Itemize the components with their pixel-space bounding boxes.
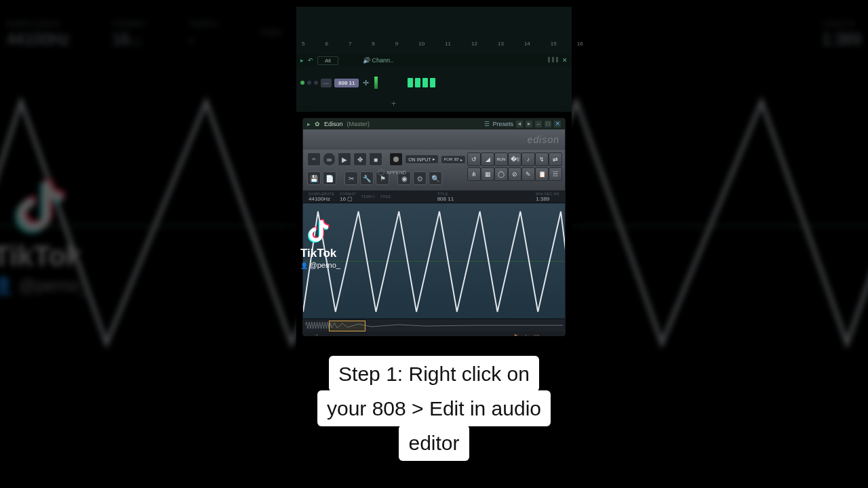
step-on[interactable] <box>415 78 420 87</box>
normalize-tool[interactable]: ♪ <box>521 152 535 166</box>
save-icon[interactable]: 💾 <box>307 171 321 185</box>
channel-route[interactable]: — <box>321 79 332 87</box>
drum-tool[interactable]: ⊘ <box>508 167 521 181</box>
edison-waveform-display[interactable] <box>303 203 565 319</box>
channel-rack: 5 6 7 8 9 10 11 12 13 14 15 16 ▸ ↶ All 🔊… <box>296 7 572 112</box>
foot-add-icon[interactable]: ✛ <box>314 333 319 337</box>
step-on[interactable] <box>408 78 413 87</box>
play-icon[interactable]: ▸ <box>300 57 304 64</box>
foot-arrow-icon[interactable]: ▸ <box>493 333 500 336</box>
claw-tool[interactable]: ☵ <box>549 167 562 181</box>
record-mode-select[interactable]: ON INPUT ▸ <box>405 155 438 164</box>
envelope-tool[interactable]: ◢ <box>481 152 494 166</box>
bg-tiktok-handle: 👤 @perno_ <box>0 276 90 296</box>
channel-add-icon[interactable]: ✛ <box>363 79 369 87</box>
edison-window: ▸ ✿ Edison (Master) ☰ Presets ◂ ▸ – □ ✕ … <box>302 118 566 336</box>
brush-tool[interactable]: ✎ <box>521 167 535 181</box>
foot-flag-icon[interactable]: ⚑ <box>513 333 520 336</box>
wrench-icon[interactable]: 🔧 <box>360 171 374 185</box>
stop-button[interactable]: ■ <box>369 152 382 166</box>
info-samplerate: 44100Hz <box>309 197 334 201</box>
foot-prev-icon[interactable]: ◂ <box>323 333 326 337</box>
bg-format-value: 16 <box>112 30 130 47</box>
waveform-svg <box>303 203 565 319</box>
edison-title: Edison <box>324 121 343 127</box>
minimize-button[interactable]: – <box>535 121 542 127</box>
record-duration-select[interactable]: FOR 30' ▸ <box>441 155 467 164</box>
info-length: 1:389 <box>536 197 559 201</box>
bg-samplerate-value: 44100Hz <box>7 30 69 47</box>
append-toggle[interactable]: APPEND <box>378 169 406 176</box>
tutorial-caption: Step 1: Right click on your 808 > Edit i… <box>296 356 572 460</box>
maximize-button[interactable]: □ <box>545 121 551 127</box>
play-button[interactable]: ▶ <box>338 152 351 166</box>
channel-options[interactable]: ✕ <box>548 57 568 64</box>
edison-titlebar[interactable]: ▸ ✿ Edison (Master) ☰ Presets ◂ ▸ – □ ✕ <box>303 119 565 129</box>
edison-overview[interactable] <box>303 319 565 331</box>
triangle-icon[interactable]: ▸ <box>307 121 311 127</box>
tune-tool[interactable]: ⋔ <box>467 167 481 181</box>
caption-line-2: your 808 > Edit in audio <box>317 390 551 426</box>
scrub-button[interactable]: ✥ <box>353 152 367 166</box>
link-icon[interactable]: 𝄐 <box>307 152 321 166</box>
menu-icon[interactable]: ☰ <box>484 121 490 127</box>
edison-header: edison <box>303 129 565 150</box>
send-tool[interactable]: ⇄ <box>549 152 562 166</box>
bg-samplerate-label: SAMPLERATE <box>7 20 69 28</box>
edison-effects-grid: ↺ ◢ RUN �⫴ ♪ ↯ ⇄ ⋔ ▦ ◯ ⊘ ✎ 📋 ☵ <box>467 152 561 181</box>
spectrum-tool[interactable]: �⫴ <box>508 152 521 166</box>
open-icon[interactable]: 📄 <box>323 171 336 185</box>
foot-menu-icon[interactable]: ▾ <box>307 333 311 337</box>
presets-button[interactable]: Presets <box>492 121 513 127</box>
prev-preset-button[interactable]: ◂ <box>516 121 523 127</box>
overview-selection[interactable] <box>329 321 366 331</box>
record-button[interactable] <box>389 152 403 166</box>
zoom-icon[interactable]: 🔍 <box>429 171 442 185</box>
script-tool[interactable]: 📋 <box>535 167 549 181</box>
add-channel-button[interactable]: + <box>391 99 396 108</box>
channel-name-button[interactable]: 808 11 <box>334 79 359 87</box>
undo-icon[interactable]: ↶ <box>308 57 313 64</box>
foot-select-icon[interactable]: ⬚ <box>534 333 540 336</box>
channel-filter[interactable]: All <box>317 56 338 65</box>
step-sequencer[interactable] <box>408 78 435 87</box>
gear-icon[interactable]: ✿ <box>315 121 320 127</box>
channel-enable-led[interactable] <box>300 81 304 85</box>
bg-tiktok-brand: TikTok <box>0 240 90 272</box>
tiktok-handle-text: @perno_ <box>300 261 340 269</box>
reverb-tool[interactable]: ↯ <box>535 152 549 166</box>
bg-length-label: LENGTH <box>822 20 861 28</box>
foot-cut-icon[interactable]: ⎓ <box>503 333 510 336</box>
undo-tool[interactable]: ↺ <box>467 152 481 166</box>
tiktok-logo-icon <box>306 217 330 244</box>
foot-link-icon[interactable]: ⇿ <box>554 333 561 336</box>
bg-length-value: 1:389 <box>822 30 861 47</box>
edison-brand: edison <box>528 134 559 145</box>
foot-next-icon[interactable]: ▸ <box>330 333 333 337</box>
bg-tempo-label: TEMPO <box>189 20 218 28</box>
close-button[interactable]: ✕ <box>554 121 561 127</box>
foot-star-icon[interactable]: ✦ <box>524 333 530 336</box>
channel-meter <box>374 77 378 89</box>
eq-tool[interactable]: RUN <box>494 152 508 166</box>
zoom-sel-icon[interactable]: ⊙ <box>413 171 427 185</box>
next-preset-button[interactable]: ▸ <box>526 121 532 127</box>
step-on[interactable] <box>422 78 428 87</box>
tiktok-brand-text: TikTok <box>300 247 340 260</box>
bg-tiktok-watermark: TikTok 👤 @perno_ <box>0 173 90 296</box>
channel-knob-1[interactable] <box>307 81 311 85</box>
loop-button[interactable]: ∞ <box>323 152 336 166</box>
blur-tool[interactable]: ▦ <box>481 167 494 181</box>
foot-send-icon[interactable]: ➦ <box>483 333 490 336</box>
cut-icon[interactable]: ✂ <box>344 171 358 185</box>
channel-knob-2[interactable] <box>314 81 318 85</box>
bg-free-label: FREE <box>260 28 282 37</box>
edison-context: (Master) <box>347 121 370 127</box>
foot-lock-icon[interactable]: ∩ <box>544 333 551 336</box>
channel-display-label[interactable]: 🔊 Chann.. <box>363 57 393 64</box>
step-on[interactable] <box>430 78 435 87</box>
timeline-ruler: 5 6 7 8 9 10 11 12 13 14 15 16 <box>296 41 572 50</box>
edison-toolbar: 𝄐 ∞ ▶ ✥ ■ ON INPUT ▸ FOR 30' ▸ 💾 📄 ✂ 🔧 <box>303 150 565 190</box>
time-tool[interactable]: ◯ <box>494 167 508 181</box>
tiktok-watermark: TikTok @perno_ <box>300 217 340 269</box>
